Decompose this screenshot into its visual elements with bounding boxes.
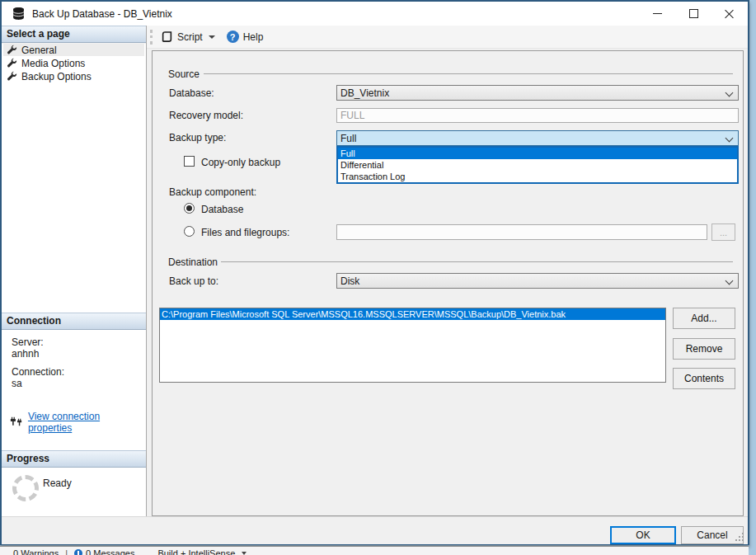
radio-files-and-filegroups-label: Files and filegroups: [201, 227, 289, 238]
contents-button[interactable]: Contents [673, 368, 735, 389]
sidebar-item-general[interactable]: General [3, 44, 144, 56]
database-icon [12, 7, 26, 21]
progress-spinner-icon [12, 475, 39, 501]
wrench-icon [7, 71, 17, 82]
resize-grip[interactable] [742, 539, 744, 541]
back-up-to-combobox[interactable]: Disk [336, 273, 739, 289]
recovery-model-field: FULL [336, 108, 739, 123]
connection-value: sa [12, 378, 22, 389]
files-and-filegroups-field[interactable] [336, 224, 707, 240]
warnings-count[interactable]: 0 Warnings [13, 548, 59, 555]
connection-header: Connection [2, 313, 146, 330]
destination-section-rule [221, 261, 733, 262]
dropdown-option-full[interactable]: Full [338, 148, 737, 159]
connection-properties-icon [10, 416, 23, 428]
ok-button[interactable]: OK [610, 526, 676, 544]
radio-database[interactable] [184, 203, 195, 214]
backup-type-label: Backup type: [169, 132, 226, 143]
sidebar-item-label: General [21, 45, 57, 56]
wrench-icon [7, 45, 17, 55]
screen: Back Up Database - DB_Vietnix Select a p… [0, 0, 756, 555]
script-dropdown-arrow-icon[interactable] [209, 35, 215, 39]
copy-only-backup-label: Copy-only backup [201, 157, 280, 168]
chevron-down-icon [725, 89, 734, 97]
recovery-model-label: Recovery model: [169, 110, 243, 121]
copy-only-backup-checkbox[interactable] [184, 156, 195, 167]
remove-button[interactable]: Remove [673, 338, 735, 360]
wrench-icon [7, 58, 17, 68]
dialog-footer: OK Cancel [2, 516, 748, 544]
maximize-icon [689, 9, 698, 18]
backup-path-list-item[interactable]: C:\Program Files\Microsoft SQL Server\MS… [160, 308, 665, 320]
script-icon [161, 31, 173, 43]
messages-count[interactable]: 0 Messages [86, 548, 134, 555]
backup-type-combobox-value: Full [340, 133, 356, 144]
progress-header: Progress [2, 450, 146, 468]
general-page-panel: Source Database: DB_Vietnix Recovery mod… [152, 50, 744, 516]
backup-component-label: Backup component: [169, 186, 256, 198]
radio-files-and-filegroups[interactable] [184, 226, 195, 237]
window-title: Back Up Database - DB_Vietnix [32, 8, 172, 20]
help-label: Help [243, 31, 264, 43]
connection-body: Server: anhnh Connection: sa View connec… [2, 330, 146, 450]
database-combobox[interactable]: DB_Vietnix [336, 85, 739, 101]
backup-type-dropdown-list: Full Differential Transaction Log [336, 146, 739, 184]
server-label: Server: [12, 336, 44, 348]
recovery-model-value: FULL [340, 110, 364, 121]
chevron-down-icon [725, 134, 734, 143]
help-button[interactable]: ? Help [223, 28, 267, 46]
close-button[interactable] [711, 2, 748, 26]
sidebar-item-label: Backup Options [21, 71, 92, 82]
dropdown-option-differential[interactable]: Differential [338, 159, 737, 171]
back-up-to-combobox-value: Disk [340, 275, 359, 287]
backup-type-combobox[interactable]: Full [336, 130, 739, 146]
backup-database-dialog: Back Up Database - DB_Vietnix Select a p… [0, 0, 749, 545]
help-icon: ? [227, 31, 239, 43]
destination-section-label: Destination [168, 256, 218, 268]
database-combobox-value: DB_Vietnix [340, 87, 389, 99]
add-button[interactable]: Add... [673, 308, 735, 329]
sidebar-item-label: Media Options [21, 58, 85, 69]
select-a-page-header: Select a page [2, 26, 146, 43]
cancel-button[interactable]: Cancel [681, 526, 744, 544]
build-dropdown-arrow-icon[interactable] [242, 552, 247, 555]
radio-database-label: Database [201, 204, 243, 215]
view-connection-properties-link[interactable]: View connection properties [28, 411, 146, 434]
title-bar[interactable]: Back Up Database - DB_Vietnix [2, 2, 748, 26]
script-label: Script [177, 31, 203, 43]
browse-button[interactable]: ... [711, 223, 735, 241]
sidebar: Select a page General Media Options Back… [2, 26, 147, 516]
select-a-page-body: General Media Options Backup Options [2, 44, 146, 313]
minimize-button[interactable] [639, 2, 675, 26]
toolbar: Script ? Help [147, 26, 748, 49]
backup-destinations-listbox[interactable]: C:\Program Files\Microsoft SQL Server\MS… [159, 308, 666, 383]
script-button[interactable]: Script [157, 28, 218, 46]
progress-body: Ready [2, 468, 146, 518]
source-section-rule [204, 73, 733, 74]
minimize-icon [653, 13, 662, 14]
progress-status: Ready [43, 477, 72, 489]
connection-label: Connection: [12, 366, 64, 378]
source-section-label: Source [168, 68, 200, 80]
sidebar-item-backup-options[interactable]: Backup Options [3, 70, 144, 82]
maximize-button[interactable] [675, 2, 711, 26]
close-icon [725, 9, 735, 19]
database-label: Database: [169, 87, 214, 99]
server-value: anhnh [12, 348, 39, 360]
chevron-down-icon [725, 277, 734, 285]
status-separator: | [65, 548, 68, 555]
back-up-to-label: Back up to: [169, 275, 218, 287]
sidebar-item-media-options[interactable]: Media Options [3, 57, 144, 69]
background-status-bar: 0 Warnings | 0 Messages Build + IntelliS… [0, 546, 749, 555]
toolbar-grip [150, 30, 153, 45]
dropdown-option-transaction-log[interactable]: Transaction Log [338, 171, 737, 182]
build-intellisense-label[interactable]: Build + IntelliSense [157, 548, 235, 555]
info-icon [74, 549, 82, 555]
